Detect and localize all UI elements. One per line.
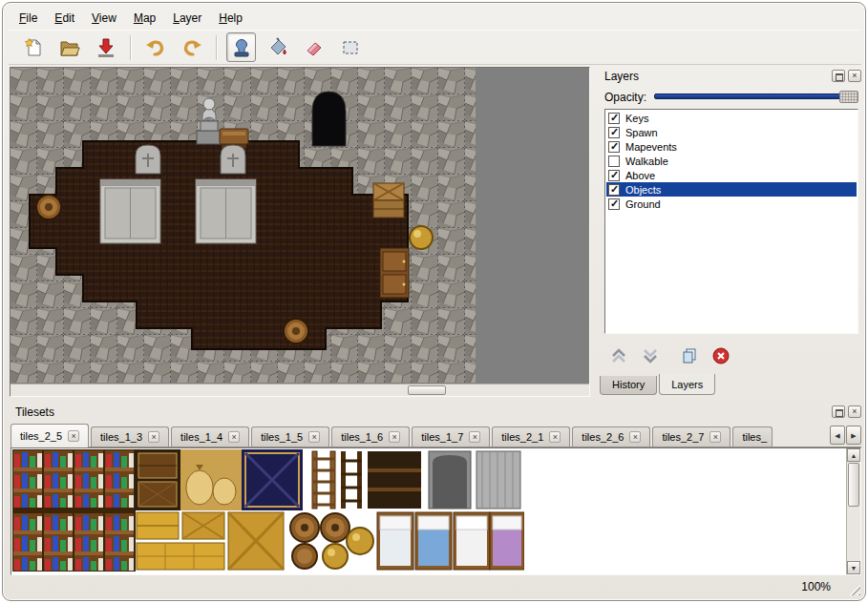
delete-layer-button[interactable] [709, 343, 733, 368]
menu-help[interactable]: Help [210, 8, 251, 29]
tileset-vertical-scrollbar[interactable]: ▲ ▼ [846, 448, 860, 574]
menu-edit[interactable]: Edit [46, 8, 83, 29]
tileset-tabbar: tiles_2_5 × tiles_1_3 × tiles_1_4 × tile… [11, 423, 861, 447]
rect-select-tool-button[interactable] [335, 32, 365, 62]
float-panel-icon[interactable] [832, 405, 845, 418]
side-panel-tabs: History Layers [600, 374, 717, 395]
layer-visibility-checkbox[interactable] [608, 184, 620, 196]
menu-layer[interactable]: Layer [164, 8, 210, 29]
layer-visibility-checkbox[interactable] [608, 113, 620, 124]
tileset-tab-label: tiles_1_6 [341, 431, 383, 443]
tileset-content[interactable]: ▲ ▼ [11, 447, 861, 575]
layer-list[interactable]: Keys Spawn Mapevents Walkable Above Obje… [604, 109, 858, 334]
tab-close-icon[interactable]: × [68, 430, 79, 442]
toolbar-separator [130, 35, 132, 60]
tab-close-icon[interactable]: × [629, 431, 641, 443]
tab-close-icon[interactable]: × [389, 431, 400, 443]
layer-row[interactable]: Ground [606, 197, 857, 211]
tileset-tab[interactable]: tiles_ [732, 426, 773, 447]
layer-row[interactable]: Mapevents [606, 139, 857, 154]
layer-visibility-checkbox[interactable] [608, 198, 620, 210]
redo-button[interactable] [177, 32, 206, 62]
map-horizontal-scrollbar[interactable] [11, 384, 589, 396]
duplicate-layer-button[interactable] [677, 343, 702, 368]
layer-visibility-checkbox[interactable] [608, 170, 620, 181]
menu-help-label: Help [219, 11, 243, 25]
tileset-tab[interactable]: tiles_2_5 × [11, 424, 89, 447]
tilesets-panel-title: Tilesets [15, 405, 54, 419]
map-canvas[interactable] [11, 68, 476, 383]
tab-close-icon[interactable]: × [469, 431, 480, 443]
lower-layer-button[interactable] [638, 343, 663, 368]
tileset-tab[interactable]: tiles_1_6 × [331, 426, 410, 447]
scroll-tabs-left-icon[interactable]: ◀ [830, 426, 845, 445]
close-panel-icon[interactable]: × [848, 405, 861, 418]
tileset-tab[interactable]: tiles_1_3 × [91, 426, 169, 447]
resize-grip[interactable] [847, 582, 860, 595]
slider-handle[interactable] [839, 91, 858, 103]
new-file-button[interactable] [18, 32, 48, 62]
zoom-level: 100% [801, 580, 831, 593]
close-panel-icon[interactable]: × [848, 70, 861, 82]
scrollbar-thumb[interactable] [408, 385, 446, 395]
menu-map[interactable]: Map [125, 8, 164, 29]
layer-visibility-checkbox[interactable] [608, 127, 620, 138]
undo-button[interactable] [140, 32, 170, 62]
tab-history-label: History [612, 379, 645, 390]
layer-name: Objects [625, 184, 661, 196]
layer-row[interactable]: Above [606, 168, 857, 182]
stamp-tool-button[interactable] [226, 32, 256, 62]
tab-close-icon[interactable]: × [308, 431, 320, 443]
delete-layer-icon [711, 346, 730, 365]
tileset-tab[interactable]: tiles_2_1 × [492, 426, 570, 447]
stamp-tool-icon [231, 37, 252, 58]
tileset-tab-label: tiles_2_1 [501, 431, 543, 443]
layer-row[interactable]: Keys [606, 111, 857, 125]
tab-close-icon[interactable]: × [709, 431, 721, 443]
menu-file[interactable]: File [11, 8, 46, 29]
scrollbar-thumb[interactable] [848, 463, 859, 507]
eraser-tool-button[interactable] [299, 32, 328, 62]
menu-view-label: View [92, 11, 116, 25]
scroll-tabs-right-icon[interactable]: ▶ [846, 426, 861, 445]
layer-tools [606, 342, 733, 370]
layer-name: Spawn [625, 127, 658, 138]
tileset-image[interactable] [12, 449, 524, 572]
save-import-button[interactable] [91, 32, 120, 62]
tab-close-icon[interactable]: × [148, 431, 159, 443]
tab-close-icon[interactable]: × [228, 431, 240, 443]
tileset-tab-label: tiles_1_5 [261, 431, 303, 443]
opacity-label: Opacity: [604, 91, 646, 104]
raise-layer-button[interactable] [606, 343, 631, 368]
tab-layers-label: Layers [671, 379, 703, 390]
layer-row[interactable]: Objects [606, 182, 857, 197]
tileset-tab[interactable]: tiles_1_5 × [251, 426, 329, 447]
open-folder-button[interactable] [54, 32, 84, 62]
tileset-tab[interactable]: tiles_2_6 × [572, 426, 650, 447]
layer-visibility-checkbox[interactable] [608, 141, 620, 153]
map-viewport[interactable] [10, 67, 590, 397]
menubar: File Edit View Map Layer Help [11, 8, 251, 29]
menu-view[interactable]: View [83, 8, 125, 29]
layers-panel-title: Layers [604, 70, 639, 83]
menu-map-label: Map [134, 11, 156, 25]
layer-visibility-checkbox[interactable] [608, 156, 620, 167]
new-file-icon [23, 37, 44, 58]
tab-close-icon[interactable]: × [549, 431, 561, 443]
fill-tool-button[interactable] [263, 32, 292, 62]
scroll-down-icon[interactable]: ▼ [847, 561, 860, 574]
undo-icon [145, 37, 166, 58]
opacity-slider[interactable] [654, 91, 858, 103]
tab-layers[interactable]: Layers [659, 374, 715, 395]
tileset-tab[interactable]: tiles_2_7 × [652, 426, 730, 447]
layer-row[interactable]: Walkable [606, 154, 857, 168]
tileset-tab[interactable]: tiles_1_4 × [171, 426, 249, 447]
lower-layer-icon [641, 346, 660, 365]
redo-icon [181, 37, 202, 58]
float-panel-icon[interactable] [832, 70, 845, 82]
tileset-tab[interactable]: tiles_1_7 × [412, 426, 490, 447]
layer-name: Keys [625, 113, 648, 124]
scroll-up-icon[interactable]: ▲ [847, 448, 860, 462]
layer-row[interactable]: Spawn [606, 125, 857, 139]
tab-history[interactable]: History [600, 376, 657, 395]
